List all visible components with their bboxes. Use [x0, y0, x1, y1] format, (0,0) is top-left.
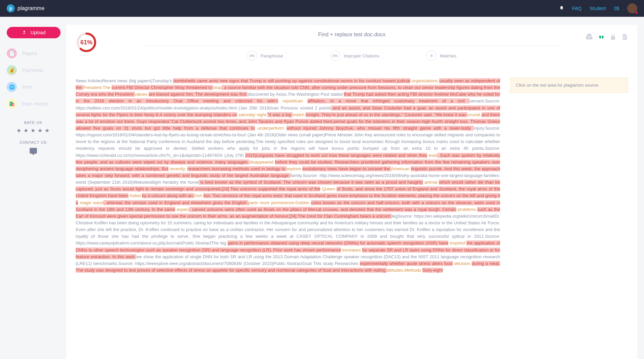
- plagiarism-highlight[interactable]: The crest for Clan Cunningham bears a un…: [298, 214, 392, 219]
- balance-link[interactable]: 0$: [614, 6, 619, 11]
- sidebar-item-label: Earn money: [22, 101, 47, 106]
- plagiarism-highlight[interactable]: usually seen: [439, 78, 465, 83]
- paraphrase-highlight[interactable]: Queen: [320, 186, 336, 191]
- paraphrase-highlight[interactable]: President.The: [83, 85, 112, 90]
- paraphrase-highlight[interactable]: underperform: [255, 126, 287, 131]
- star-icon[interactable]: ★: [38, 127, 43, 134]
- paraphrase-highlight[interactable]: American: [391, 166, 411, 171]
- plagiarism-highlight[interactable]: 2015)Linguists have struggled to work ou…: [245, 153, 427, 158]
- contact-us-section: CONTACT US: [7, 140, 60, 158]
- earn-icon: 🛍️: [7, 99, 17, 109]
- svg-rect-4: [623, 38, 626, 38]
- papers-icon: 📄: [7, 48, 17, 58]
- metric-improper-citations[interactable]: 0% Improper Citations: [330, 51, 379, 61]
- plagiarism-highlight[interactable]: was a big: [273, 112, 293, 117]
- plagiarism-highlight[interactable]: The development was first: [195, 92, 248, 97]
- paraphrase-highlight[interactable]: Aided: [128, 193, 142, 198]
- paraphrase-highlight[interactable]: organizations: [410, 78, 439, 83]
- paraphrase-highlight[interactable]: attitudes.Methods: [387, 268, 422, 273]
- plagiarism-highlight[interactable]: of selective effects of stress on appeti…: [151, 268, 386, 273]
- paraphrase-highlight[interactable]: explore: [287, 166, 302, 171]
- plagiarism-highlight[interactable]: bombshells came amid new signs that Trum…: [173, 78, 410, 83]
- plagiarism-highlight[interactable]: Cal Clutterbuck scored two times: [172, 119, 236, 124]
- sidebar-item-earn[interactable]: 🛍️ Earn money: [7, 95, 60, 112]
- plagiarism-highlight[interactable]: , carved unicorns were often used as fin…: [189, 207, 341, 212]
- paraphrase-highlight[interactable]: animal: [423, 180, 439, 185]
- document-actions: [585, 34, 628, 43]
- document-title: Find + replace test doc.docx: [143, 32, 561, 40]
- plagiarism-highlight[interactable]: Sixty-eight: [422, 268, 443, 273]
- paraphrase-highlight[interactable]: exist: [427, 153, 438, 158]
- paraphrase-highlight[interactable]: aspect: [175, 207, 190, 212]
- avatar[interactable]: [627, 3, 637, 13]
- lock-icon[interactable]: [610, 34, 616, 43]
- document-header: 61% Find + replace test doc.docx 4% Para…: [76, 32, 628, 61]
- metric-matches[interactable]: 8 Matches: [426, 51, 456, 61]
- plagiarism-highlight[interactable]: by a unicorn along with an: [142, 193, 194, 198]
- upload-button[interactable]: Upload: [7, 27, 61, 38]
- paraphrase-highlight[interactable]: Irish: [194, 193, 203, 198]
- plagiarism-highlight[interactable]: evolutionary trees have begun to unravel…: [302, 166, 391, 171]
- paraphrase-highlight[interactable]: parts more prominence.Golden: [248, 200, 311, 205]
- star-icon[interactable]: ★: [31, 127, 36, 134]
- rate-us-section: RATE US ★ ★ ★ ★ ★: [7, 121, 60, 134]
- bell-icon[interactable]: [559, 6, 564, 11]
- chat-icon[interactable]: [7, 147, 60, 158]
- sidebar-item-label: Payments: [22, 68, 43, 73]
- plagiarism-highlight[interactable]: is best known as the symbol of Scotland.…: [199, 180, 423, 185]
- header-right: FAQ Student 0$: [559, 3, 637, 13]
- metric-label: Improper Citations: [344, 53, 379, 58]
- plagiarism-highlight[interactable]: researchers borrowing methods used in bi…: [187, 166, 287, 171]
- free-icon: 🌐: [7, 82, 17, 92]
- paraphrase-highlight[interactable]: increases: [341, 248, 362, 253]
- paraphrase-highlight[interactable]: match: [293, 112, 306, 117]
- sidebar: Upload 📄 Papers 💰 Payments 🌐 Free 🛍️ Ear…: [0, 17, 66, 359]
- plagiarism-highlight[interactable]: experimentally whether acute stress alte…: [360, 261, 453, 266]
- plagiarism-highlight[interactable]: gains in performance obtained using deep…: [228, 240, 449, 245]
- sidebar-item-payments[interactable]: 💰 Payments: [7, 62, 60, 79]
- contact-us-label: CONTACT US: [7, 140, 60, 144]
- plagiarism-highlight[interactable]: , whereas the version used in England an…: [104, 200, 248, 205]
- sidebar-item-papers[interactable]: 📄 Papers: [7, 45, 60, 62]
- plagiarism-score-ring: 61%: [76, 32, 97, 53]
- paraphrase-highlight[interactable]: republican: [278, 98, 308, 103]
- paraphrase-highlight[interactable]: recently,: [168, 166, 188, 171]
- plagiarism-highlight[interactable]: affiliation, in a move that infringed cu…: [307, 98, 469, 103]
- paraphrase-highlight[interactable]: problems: [456, 207, 477, 212]
- paraphrase-highlight[interactable]: values: [135, 92, 149, 97]
- plagiarism-highlight[interactable]: current FBI Director Christopher Wray th…: [112, 85, 214, 90]
- star-icon[interactable]: ★: [16, 127, 22, 134]
- avatar-notification-dot: [635, 11, 638, 14]
- plagiarism-highlight[interactable]: are biased against him.: [149, 92, 195, 97]
- plagiarism-highlight[interactable]: fifth straight game with a lower-body: [393, 126, 473, 131]
- sidebar-item-label: Free: [22, 84, 32, 90]
- plagiarism-highlight[interactable]: tonight. They're just ahead of us in the…: [306, 112, 467, 117]
- document-text[interactable]: News ArticlesRecent news (big papers)Tue…: [76, 78, 500, 274]
- paraphrase-highlight[interactable]: crucial: [467, 112, 481, 117]
- sidebar-item-free[interactable]: 🌐 Free: [7, 79, 60, 95]
- paraphrase-highlight[interactable]: magic wand: [78, 200, 104, 205]
- paraphrase-highlight[interactable]: saturday night.: [237, 112, 267, 117]
- star-icon[interactable]: ★: [24, 127, 29, 134]
- logo-text: plagramme: [17, 5, 44, 11]
- paraphrase-highlight[interactable]: decision: [453, 261, 472, 266]
- plagiarism-highlight[interactable]: "It: [267, 112, 273, 117]
- upload-icon: [22, 30, 27, 36]
- paraphrase-highlight[interactable]: disappeared: [249, 160, 275, 165]
- student-link[interactable]: Student: [590, 6, 606, 11]
- logo[interactable]: p plagramme: [7, 4, 44, 12]
- quote-icon[interactable]: [598, 34, 605, 43]
- plagiarism-highlight[interactable]: and denoted that the settlement was a ro…: [341, 207, 456, 212]
- download-icon[interactable]: [585, 34, 593, 43]
- faq-link[interactable]: FAQ: [572, 6, 581, 11]
- metric-value: 8: [426, 51, 437, 61]
- metric-paraphrase[interactable]: 4% Paraphrase: [247, 51, 283, 61]
- paraphrase-highlight[interactable]: stop: [213, 85, 222, 90]
- svg-rect-2: [623, 36, 626, 36]
- star-icon[interactable]: ★: [45, 127, 50, 134]
- document-icon[interactable]: [621, 34, 628, 43]
- paraphrase-highlight[interactable]: inspired: [448, 240, 466, 245]
- plagiarism-highlight[interactable]: without injured Johnny Boychuk, who miss…: [287, 126, 393, 131]
- metrics-row: 4% Paraphrase 0% Improper Citations 8 Ma…: [143, 46, 561, 61]
- metric-value: 0%: [330, 51, 340, 61]
